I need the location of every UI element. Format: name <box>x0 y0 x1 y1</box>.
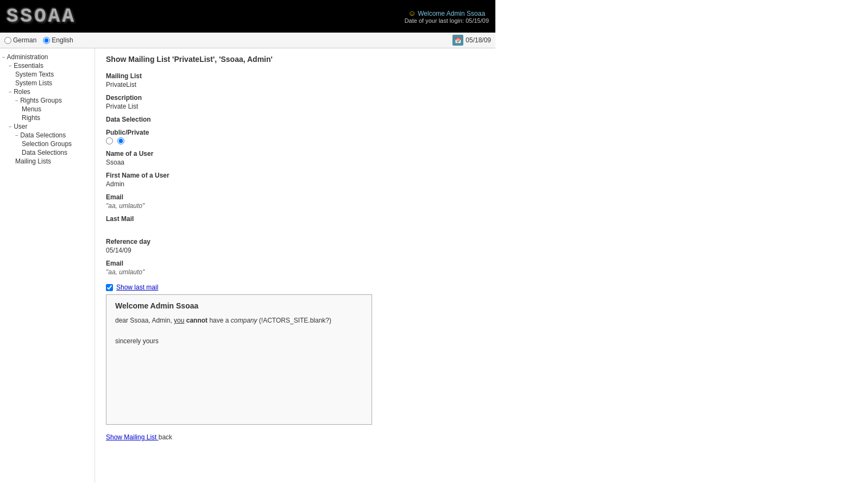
value-last-mail <box>106 224 485 232</box>
sidebar-item-essentials[interactable]: − Essentials <box>9 61 92 70</box>
sidebar-item-menus[interactable]: Menus <box>22 105 92 114</box>
sidebar-link-system-lists[interactable]: System Lists <box>15 79 52 87</box>
show-last-mail-checkbox[interactable] <box>106 284 113 291</box>
header-lastlogin: Date of your last login: 05/15/09 <box>405 17 489 24</box>
label-data-selection: Data Selection <box>106 116 485 123</box>
calendar-icon: 📅 <box>452 35 463 46</box>
value-reference-day: 05/14/09 <box>106 247 485 254</box>
header: SSOAA ☺ Welcome Admin Ssoaa Date of your… <box>0 0 495 33</box>
label-mailing-list: Mailing List <box>106 72 485 80</box>
sidebar-link-rights[interactable]: Rights <box>22 114 40 122</box>
date-area: 📅 05/18/09 <box>452 35 491 46</box>
show-last-mail-label[interactable]: Show last mail <box>116 284 158 291</box>
sidebar-item-administration[interactable]: − Administration <box>2 53 92 61</box>
german-option[interactable]: German <box>4 36 36 44</box>
mail-body-have: have a <box>207 317 231 324</box>
minus-icon-rights-groups: − <box>15 98 18 104</box>
value-email: "aa, umlauto" <box>106 202 485 210</box>
mail-body-cannot: cannot <box>184 317 207 324</box>
back-link[interactable]: Show Mailing List <box>106 433 159 441</box>
label-public-private: Public/Private <box>106 129 485 136</box>
sidebar-item-system-texts[interactable]: System Texts <box>15 70 92 79</box>
content-area: Show Mailing List 'PrivateList', 'Ssoaa,… <box>95 48 495 483</box>
sidebar-item-mailing-lists[interactable]: Mailing Lists <box>15 157 92 166</box>
label-reference-day: Reference day <box>106 238 485 245</box>
english-label: English <box>52 36 73 44</box>
value-description: Private List <box>106 103 485 110</box>
back-link-text: Show Mailing List <box>106 433 156 441</box>
public-private-radios <box>106 137 485 144</box>
private-radio[interactable] <box>117 137 124 144</box>
back-label: back <box>159 433 172 441</box>
mail-body-you: you <box>174 317 184 324</box>
minus-icon-data-selections: − <box>15 133 18 138</box>
english-radio[interactable] <box>43 37 50 44</box>
sidebar-label-administration: Administration <box>7 53 48 61</box>
sidebar-link-selection-groups[interactable]: Selection Groups <box>22 140 72 148</box>
sidebar-link-menus[interactable]: Menus <box>22 105 41 113</box>
english-option[interactable]: English <box>43 36 73 44</box>
label-email: Email <box>106 193 485 201</box>
label-email2: Email <box>106 260 485 267</box>
sidebar-item-rights-groups[interactable]: − Rights Groups <box>15 96 92 105</box>
sidebar-item-user[interactable]: − User <box>9 122 92 131</box>
language-bar: German English 📅 05/18/09 <box>0 33 495 48</box>
sidebar-item-selection-groups[interactable]: Selection Groups <box>22 140 92 148</box>
sidebar-label-user: User <box>14 123 27 130</box>
minus-icon-administration: − <box>2 54 5 60</box>
mail-preview-title: Welcome Admin Ssoaa <box>115 301 363 310</box>
sidebar-item-roles[interactable]: − Roles <box>9 87 92 96</box>
current-date: 05/18/09 <box>465 36 491 44</box>
smile-icon: ☺ <box>408 9 416 17</box>
show-last-mail-area: Show last mail <box>106 284 485 291</box>
minus-icon-roles: − <box>9 89 12 95</box>
header-right: ☺ Welcome Admin Ssoaa Date of your last … <box>405 9 489 24</box>
sidebar-label-essentials: Essentials <box>14 62 43 70</box>
value-first-name-of-user: Admin <box>106 180 485 188</box>
label-description: Description <box>106 94 485 102</box>
public-radio[interactable] <box>106 137 113 144</box>
minus-icon-user: − <box>9 124 12 130</box>
sidebar-label-data-selections-parent: Data Selections <box>20 131 66 139</box>
minus-icon-essentials: − <box>9 63 12 69</box>
sidebar-link-mailing-lists[interactable]: Mailing Lists <box>15 158 51 165</box>
value-name-of-user: Ssoaa <box>106 159 485 166</box>
page-title: Show Mailing List 'PrivateList', 'Ssoaa,… <box>106 55 485 64</box>
sidebar-item-data-selections-parent[interactable]: − Data Selections <box>15 131 92 140</box>
value-email2: "aa, umlauto" <box>106 268 485 276</box>
sidebar-link-system-texts[interactable]: System Texts <box>15 71 54 78</box>
sidebar-item-system-lists[interactable]: System Lists <box>15 79 92 87</box>
sidebar-label-rights-groups: Rights Groups <box>20 97 62 104</box>
mail-body-line2: sincerely yours <box>115 337 159 345</box>
label-name-of-user: Name of a User <box>106 150 485 158</box>
header-user-link[interactable]: Welcome Admin Ssoaa <box>418 10 485 17</box>
sidebar-item-data-selections-leaf[interactable]: Data Selections <box>22 148 92 157</box>
sidebar-label-roles: Roles <box>14 88 30 96</box>
label-first-name-of-user: First Name of a User <box>106 172 485 179</box>
sidebar-item-rights[interactable]: Rights <box>22 114 92 122</box>
logo: SSOAA <box>7 5 76 28</box>
mail-preview-body: dear Ssoaa, Admin, you cannot have a com… <box>115 316 363 347</box>
main-container: − Administration − Essentials System Tex… <box>0 48 495 483</box>
mail-body-suffix: (!ACTORS_SITE.blank?) <box>257 317 332 324</box>
language-options: German English <box>4 36 73 44</box>
label-last-mail: Last Mail <box>106 215 485 223</box>
german-radio[interactable] <box>4 37 11 44</box>
mail-body-prefix: dear Ssoaa, Admin, <box>115 317 174 324</box>
value-mailing-list: PrivateList <box>106 81 485 89</box>
german-label: German <box>13 36 36 44</box>
back-link-area: Show Mailing List back <box>106 433 485 441</box>
mail-preview-box: Welcome Admin Ssoaa dear Ssoaa, Admin, y… <box>106 294 372 425</box>
mail-body-company: company <box>231 317 257 324</box>
sidebar-link-data-selections[interactable]: Data Selections <box>22 149 67 156</box>
sidebar: − Administration − Essentials System Tex… <box>0 48 95 483</box>
